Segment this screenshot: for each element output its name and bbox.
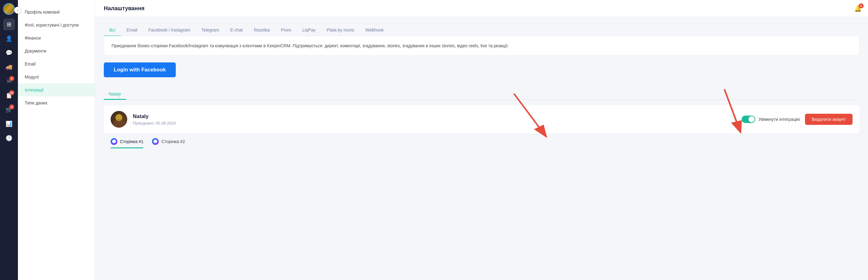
notification-bell[interactable]: 🔔 6 <box>854 5 862 12</box>
left-panel-datatypes[interactable]: Типи даних <box>18 96 95 110</box>
left-panel-email[interactable]: Email <box>18 58 95 70</box>
sidebar-item-email[interactable]: ✉ 2 <box>3 75 15 87</box>
tab-email[interactable]: Email <box>121 24 143 36</box>
sidebar-item-dashboard[interactable]: ⊞ <box>3 19 15 30</box>
toggle-label: Увімкнути інтеграцію <box>742 116 800 123</box>
messenger-icon-1 <box>111 138 117 145</box>
topbar: Налаштування 🔔 6 <box>95 0 868 17</box>
account-card: Nataly Приєднано: 05.08.2024 Увімкнути і… <box>104 105 859 133</box>
pages-row: Сторінка #1 Сторінка #2 <box>104 138 859 152</box>
contacts-icon: 👤 <box>6 35 12 42</box>
avatar[interactable] <box>3 3 15 15</box>
delivery-icon: 🚚 <box>6 64 12 70</box>
toggle-knob <box>748 116 755 122</box>
tab-echat[interactable]: E-chat <box>224 24 248 36</box>
content-area: Всі Email Facebook / Instagram Telegram … <box>95 17 868 280</box>
sidebar-item-orders[interactable]: 📋 23 <box>3 90 15 101</box>
left-panel-documents[interactable]: Документи <box>18 44 95 58</box>
page-1-label: Сторінка #1 <box>120 139 143 144</box>
sidebar-item-delivery[interactable]: 🚚 <box>3 61 15 73</box>
tab-liqpay[interactable]: LiqPay <box>297 24 321 36</box>
messenger-icon-2 <box>152 138 159 145</box>
login-with-facebook-button[interactable]: Login with Facebook <box>104 62 176 77</box>
sidebar-item-contacts[interactable]: 👤 <box>3 33 15 44</box>
left-panel-branches[interactable]: Філії, користувачі і доступи <box>18 19 95 32</box>
svg-point-2 <box>116 114 122 121</box>
tab-facebook-instagram[interactable]: Facebook / Instagram <box>143 24 195 36</box>
main-area: Налаштування 🔔 6 Всі Email Facebook / In… <box>95 0 868 280</box>
sidebar-toggle[interactable]: › <box>14 7 21 13</box>
sidebar-item-history[interactable]: 🕐 <box>3 132 15 144</box>
info-text: Приєднання бізнес-сторінки Facebook/Inst… <box>112 43 509 48</box>
info-box: Приєднання бізнес-сторінки Facebook/Inst… <box>104 36 859 56</box>
left-panel: Профіль компанії Філії, користувачі і до… <box>18 0 95 280</box>
chat-icon: 💬 <box>6 50 12 56</box>
email-badge: 2 <box>9 76 14 81</box>
left-panel-finances[interactable]: Фінанси <box>18 32 95 44</box>
orders-badge: 23 <box>9 90 14 95</box>
account-tab-nataly[interactable]: Nataly <box>104 89 126 100</box>
account-name: Nataly <box>133 114 736 120</box>
sidebar: › ⊞ 👤 💬 🚚 ✉ 2 📋 23 🛒 4 📊 🕐 <box>0 0 18 280</box>
account-avatar <box>111 111 127 128</box>
tab-webhook[interactable]: Webhook <box>360 24 389 36</box>
tab-prom[interactable]: Prom <box>275 24 297 36</box>
reports-icon: 📊 <box>6 121 12 127</box>
account-tabs: Nataly <box>104 89 859 100</box>
left-panel-integrations[interactable]: Інтеграції <box>18 84 95 96</box>
left-panel-modules[interactable]: Модулі <box>18 70 95 84</box>
page-tab-2[interactable]: Сторінка #2 <box>152 138 185 148</box>
tab-telegram[interactable]: Telegram <box>196 24 225 36</box>
page-tab-1[interactable]: Сторінка #1 <box>111 138 143 148</box>
account-actions: Увімкнути інтеграцію Видалити акаунт <box>742 114 852 125</box>
account-section: Nataly Приєднано: 05.08.2024 Увімкнути і… <box>104 105 859 152</box>
history-icon: 🕐 <box>6 135 12 142</box>
cart-badge: 4 <box>9 104 14 110</box>
bell-badge: 6 <box>859 3 864 8</box>
tabs-bar: Всі Email Facebook / Instagram Telegram … <box>104 24 859 36</box>
toggle-text: Увімкнути інтеграцію <box>758 117 800 122</box>
topbar-title: Налаштування <box>104 5 145 12</box>
integration-toggle[interactable] <box>742 116 755 123</box>
sidebar-item-chat[interactable]: 💬 <box>3 47 15 59</box>
account-joined-date: Приєднано: 05.08.2024 <box>133 121 736 125</box>
account-info: Nataly Приєднано: 05.08.2024 <box>133 114 736 125</box>
tab-rozetka[interactable]: Rozetka <box>248 24 275 36</box>
tab-all[interactable]: Всі <box>104 24 121 36</box>
sidebar-item-cart[interactable]: 🛒 4 <box>3 104 15 116</box>
tab-plata[interactable]: Plata by mono <box>321 24 360 36</box>
left-panel-company[interactable]: Профіль компанії <box>18 6 95 19</box>
sidebar-item-reports[interactable]: 📊 <box>3 118 15 130</box>
dashboard-icon: ⊞ <box>7 21 11 28</box>
delete-account-button[interactable]: Видалити акаунт <box>805 114 852 125</box>
page-2-label: Сторінка #2 <box>161 139 185 144</box>
